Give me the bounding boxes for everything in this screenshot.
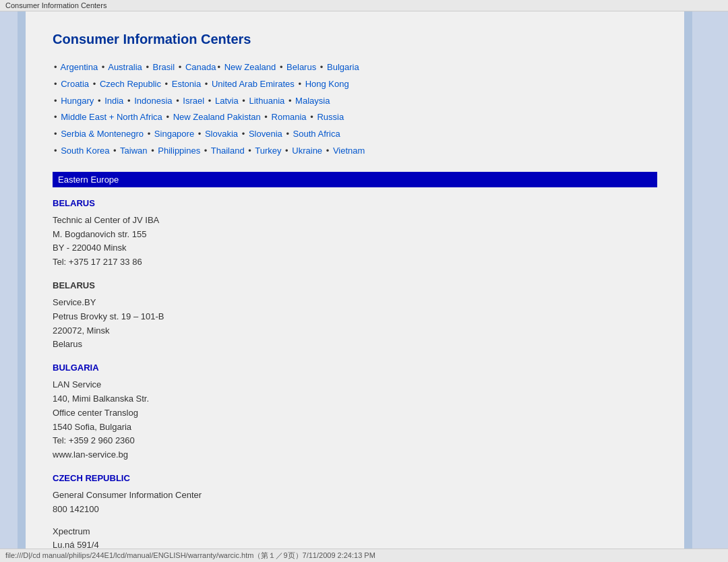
link-romania[interactable]: Romania [272,112,307,122]
address-block-bulgaria: LAN Service 140, Mimi Balkanska Str. Off… [53,378,657,462]
right-inner-accent [684,11,692,562]
link-south-korea[interactable]: South Korea [61,146,109,156]
link-bulgaria[interactable]: Bulgaria [327,62,359,72]
eastern-europe-header-container: Eastern Europe [53,172,657,187]
country-heading-bulgaria: BULGARIA [53,363,657,373]
link-nz-pakistan[interactable]: New Zealand Pakistan [173,112,261,122]
left-outer-pad [0,11,18,562]
link-uae[interactable]: United Arab Emirates [212,79,295,89]
link-indonesia[interactable]: Indonesia [134,96,172,106]
nav-link-line-2: • Croatia • Czech Republic • Estonia • U… [53,77,657,92]
address-block-belarus-1: Technic al Center of JV IBA M. Bogdanovi… [53,214,657,270]
link-czech-republic[interactable]: Czech Republic [100,79,161,89]
link-argentina[interactable]: Argentina [60,62,98,72]
link-thailand[interactable]: Thailand [211,146,245,156]
link-turkey[interactable]: Turkey [255,146,281,156]
browser-title: Consumer Information Centers [5,1,107,9]
link-belarus[interactable]: Belarus [286,62,316,72]
nav-links-section: • Argentina • Australia • Brasil • Canad… [53,61,657,158]
link-serbia[interactable]: Serbia & Montenegro [61,129,144,139]
nav-link-line-1: • Argentina • Australia • Brasil • Canad… [53,61,657,75]
nav-link-line-4: • Middle East + North Africa • New Zeala… [53,111,657,125]
right-outer-sidebar [684,11,728,562]
link-india[interactable]: India [104,96,123,106]
link-israel[interactable]: Israel [183,96,204,106]
link-middle-east[interactable]: Middle East + North Africa [61,112,162,122]
link-malaysia[interactable]: Malaysia [295,96,330,106]
country-heading-belarus-1: BELARUS [53,198,657,208]
link-new-zealand[interactable]: New Zealand [224,62,276,72]
link-australia[interactable]: Australia [108,62,142,72]
link-singapore[interactable]: Singapore [154,129,194,139]
link-hong-kong[interactable]: Hong Kong [305,79,349,89]
country-section-belarus-2: BELARUS Service.BY Petrus Brovky st. 19 … [53,280,657,352]
link-taiwan[interactable]: Taiwan [120,146,147,156]
nav-link-line-5: • Serbia & Montenegro • Singapore • Slov… [53,127,657,142]
left-inner-accent [18,11,26,562]
link-brasil[interactable]: Brasil [153,62,175,72]
link-hungary[interactable]: Hungary [61,96,94,106]
country-section-bulgaria: BULGARIA LAN Service 140, Mimi Balkanska… [53,363,657,462]
nav-link-line-3: • Hungary • India • Indonesia • Israel •… [53,94,657,108]
page-title: Consumer Information Centers [53,32,657,47]
country-section-belarus-1: BELARUS Technic al Center of JV IBA M. B… [53,198,657,270]
address-block-belarus-2: Service.BY Petrus Brovky st. 19 – 101-B … [53,296,657,352]
left-outer-sidebar [0,11,26,562]
link-south-africa[interactable]: South Africa [293,129,340,139]
link-vietnam[interactable]: Vietnam [333,146,365,156]
link-canada[interactable]: Canada [185,62,216,72]
address-block-czech-1: General Consumer Information Center 800 … [53,489,657,517]
link-ukraine[interactable]: Ukraine [292,146,322,156]
link-slovenia[interactable]: Slovenia [249,129,282,139]
country-heading-belarus-2: BELARUS [53,280,657,290]
link-estonia[interactable]: Estonia [172,79,201,89]
browser-title-bar: Consumer Information Centers [0,0,728,11]
link-latvia[interactable]: Latvia [215,96,239,106]
browser-status-bar: file:///D|/cd manual/philips/244E1/lcd/m… [0,549,728,562]
link-russia[interactable]: Russia [317,112,344,122]
right-outer-pad [692,11,728,562]
link-philippines[interactable]: Philippines [158,146,200,156]
link-lithuania[interactable]: Lithuania [249,96,284,106]
main-content: Consumer Information Centers • Argentina… [26,11,684,562]
country-heading-czech-republic: CZECH REPUBLIC [53,473,657,483]
link-slovakia[interactable]: Slovakia [205,129,238,139]
link-croatia[interactable]: Croatia [61,79,89,89]
status-bar-text: file:///D|/cd manual/philips/244E1/lcd/m… [5,551,375,559]
nav-link-line-6: • South Korea • Taiwan • Philippines • T… [53,144,657,158]
section-header-eastern-europe: Eastern Europe [53,172,657,187]
